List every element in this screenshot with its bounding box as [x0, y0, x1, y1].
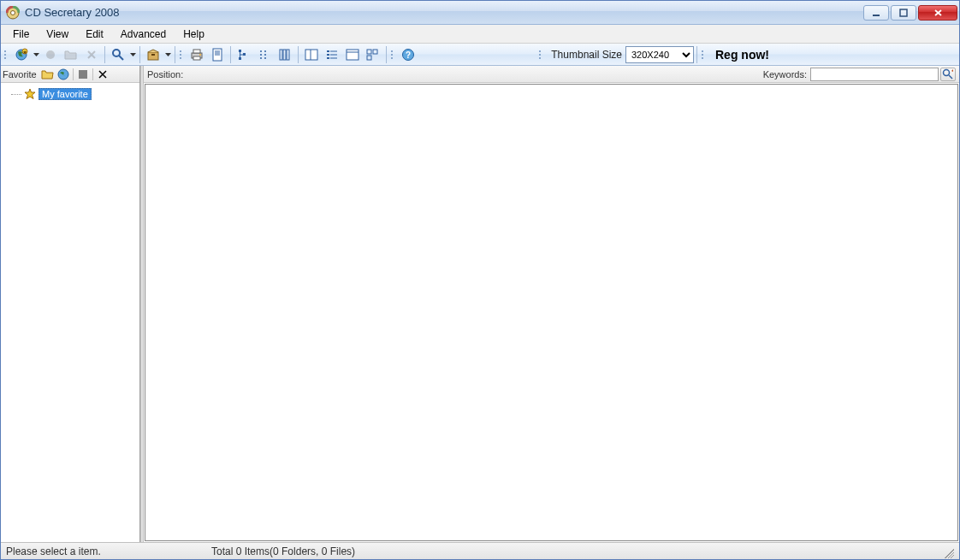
delete-button: [82, 45, 101, 64]
sidebar: Favorite My favorite: [1, 66, 140, 542]
toolbar-grip-4[interactable]: [539, 47, 544, 62]
help-button[interactable]: ?: [399, 45, 418, 64]
svg-rect-20: [239, 50, 241, 52]
menu-advanced[interactable]: Advanced: [112, 27, 175, 42]
svg-point-15: [199, 54, 201, 56]
svg-rect-36: [327, 54, 329, 56]
svg-rect-21: [239, 57, 241, 60]
maximize-button[interactable]: [891, 5, 916, 21]
main-area: Favorite My favorite: [1, 66, 959, 542]
svg-rect-42: [367, 50, 371, 54]
globe-new-button[interactable]: ✱: [12, 45, 31, 64]
tree-item-label: My favorite: [39, 88, 92, 100]
search-dropdown[interactable]: [128, 53, 137, 56]
box-dropdown[interactable]: [163, 53, 172, 56]
svg-rect-3: [900, 9, 907, 16]
page-setup-button[interactable]: [208, 45, 227, 64]
svg-point-24: [260, 54, 262, 56]
svg-rect-44: [367, 56, 371, 60]
svg-rect-13: [193, 50, 200, 53]
status-center: Total 0 Items(0 Folders, 0 Files): [211, 545, 942, 557]
sidebar-globe-button[interactable]: [56, 68, 71, 81]
sidebar-close-button[interactable]: [95, 68, 110, 81]
titlebar: CD Secretary 2008: [1, 1, 959, 25]
content-body[interactable]: [145, 84, 958, 541]
view-detail-list-button[interactable]: [323, 45, 341, 64]
view-single-button[interactable]: [343, 45, 362, 64]
keywords-search-button[interactable]: [940, 68, 956, 81]
thumbnail-size-select[interactable]: 320X240: [625, 46, 694, 63]
svg-rect-34: [327, 50, 329, 52]
svg-rect-14: [193, 56, 200, 60]
thumbnail-size-label: Thumbnail Size: [551, 49, 622, 61]
svg-rect-11: [151, 54, 155, 56]
favorites-tree[interactable]: My favorite: [1, 83, 139, 542]
tree-item-my-favorite[interactable]: My favorite: [3, 86, 138, 102]
sidebar-header: Favorite: [1, 66, 139, 83]
box-button[interactable]: [144, 45, 163, 64]
menu-view[interactable]: View: [38, 27, 77, 42]
svg-point-25: [260, 57, 262, 59]
view-tree-button[interactable]: [234, 45, 253, 64]
print-button[interactable]: [187, 45, 206, 64]
svg-text:?: ?: [406, 50, 411, 60]
toolbar-grip-5[interactable]: [702, 47, 707, 62]
toolbar: ✱: [1, 44, 959, 66]
minimize-button[interactable]: [863, 5, 889, 21]
sidebar-stop-button[interactable]: [75, 68, 91, 81]
svg-point-8: [113, 50, 120, 56]
svg-rect-22: [243, 53, 246, 56]
view-list-dots-button[interactable]: [255, 45, 274, 64]
record-button: [41, 45, 60, 64]
svg-rect-32: [305, 50, 317, 60]
svg-line-50: [949, 75, 952, 79]
svg-point-28: [264, 57, 266, 59]
svg-text:✱: ✱: [23, 49, 27, 54]
search-button[interactable]: [109, 45, 127, 64]
window-controls: [862, 5, 957, 21]
svg-rect-48: [79, 70, 87, 79]
tree-connector: [11, 86, 23, 102]
svg-rect-38: [327, 57, 329, 59]
svg-rect-40: [347, 50, 359, 60]
view-split-button[interactable]: [302, 45, 321, 64]
menu-edit[interactable]: Edit: [77, 27, 112, 42]
svg-point-1: [11, 10, 15, 15]
sidebar-folder-button[interactable]: [40, 68, 56, 81]
content-pane: Position: Keywords:: [144, 66, 959, 542]
statusbar: Please select a item. Total 0 Items(0 Fo…: [1, 542, 959, 559]
svg-rect-29: [280, 50, 282, 60]
open-folder-button: [62, 45, 80, 64]
svg-line-9: [119, 56, 123, 60]
toolbar-grip-3[interactable]: [391, 47, 396, 62]
svg-rect-10: [148, 52, 158, 60]
window-title: CD Secretary 2008: [25, 6, 862, 19]
svg-rect-43: [373, 50, 377, 54]
view-columns-button[interactable]: [276, 45, 294, 64]
svg-point-7: [46, 50, 55, 59]
svg-point-27: [264, 54, 266, 56]
svg-point-26: [264, 50, 266, 52]
position-label: Position:: [147, 69, 183, 80]
resize-grip[interactable]: [942, 546, 954, 558]
star-icon: [23, 87, 37, 101]
toolbar-grip[interactable]: [4, 47, 9, 62]
svg-point-49: [944, 69, 950, 75]
app-icon: [6, 6, 20, 20]
svg-rect-30: [283, 50, 286, 60]
toolbar-grip-2[interactable]: [180, 47, 185, 62]
reg-now-link[interactable]: Reg now!: [715, 48, 769, 62]
content-header: Position: Keywords:: [144, 66, 959, 83]
keywords-label: Keywords:: [763, 69, 807, 80]
view-thumbnails-button[interactable]: [364, 45, 382, 64]
keywords-input[interactable]: [810, 68, 939, 81]
menubar: File View Edit Advanced Help: [1, 25, 959, 44]
menu-help[interactable]: Help: [175, 27, 213, 42]
close-button[interactable]: [918, 5, 957, 21]
svg-point-23: [260, 50, 262, 52]
svg-rect-2: [873, 15, 880, 16]
globe-new-dropdown[interactable]: [32, 53, 40, 56]
sidebar-title: Favorite: [3, 69, 37, 80]
menu-file[interactable]: File: [4, 27, 38, 42]
svg-rect-31: [287, 50, 289, 60]
